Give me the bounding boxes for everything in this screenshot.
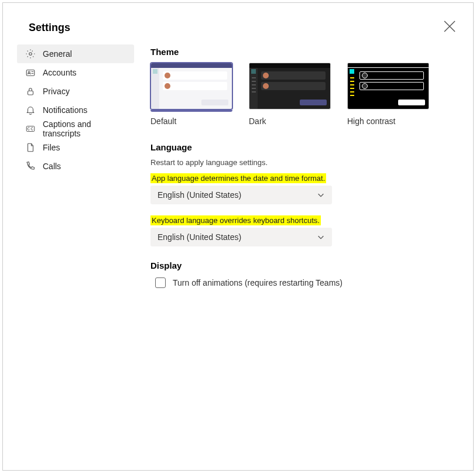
sidebar-item-label: Files (43, 143, 60, 152)
svg-point-2 (28, 71, 30, 73)
keyboard-language-value: English (United States) (157, 232, 241, 242)
chevron-down-icon (317, 233, 325, 241)
sidebar-item-general[interactable]: General (17, 44, 134, 63)
theme-thumb-highcontrast (347, 63, 429, 109)
language-heading: Language (150, 142, 459, 152)
phone-icon (25, 161, 36, 172)
close-icon (443, 19, 457, 33)
theme-selected-indicator (150, 110, 232, 112)
chevron-down-icon (317, 191, 325, 199)
svg-rect-3 (28, 91, 33, 95)
settings-sidebar: General Accounts Privacy Notifications C… (17, 44, 134, 288)
file-icon (25, 142, 36, 153)
dialog-title: Settings (17, 17, 459, 44)
theme-label: Dark (249, 116, 331, 126)
id-card-icon (25, 67, 36, 78)
sidebar-item-label: Calls (43, 162, 61, 171)
sidebar-item-calls[interactable]: Calls (17, 157, 134, 176)
close-button[interactable] (443, 19, 457, 33)
sidebar-item-label: Accounts (43, 68, 77, 77)
sidebar-item-notifications[interactable]: Notifications (17, 101, 134, 119)
theme-option-default[interactable]: Default (150, 63, 232, 126)
lock-icon (25, 86, 36, 97)
theme-label: Default (150, 116, 232, 126)
animations-label: Turn off animations (requires restarting… (173, 278, 343, 287)
cc-icon (25, 124, 36, 134)
theme-options: Default Dark (150, 63, 459, 126)
sidebar-item-files[interactable]: Files (17, 138, 134, 157)
bell-icon (25, 105, 36, 115)
language-restart-note: Restart to apply language settings. (150, 158, 459, 167)
animations-option: Turn off animations (requires restarting… (150, 277, 459, 288)
gear-icon (25, 49, 36, 59)
svg-point-0 (29, 53, 32, 56)
theme-option-dark[interactable]: Dark (249, 63, 331, 126)
sidebar-item-label: Notifications (43, 105, 87, 115)
app-language-note: App language determines the date and tim… (150, 173, 326, 183)
theme-heading: Theme (150, 47, 459, 57)
theme-label: High contrast (347, 116, 429, 126)
app-language-value: English (United States) (157, 190, 241, 200)
sidebar-item-label: Privacy (43, 87, 70, 96)
sidebar-item-accounts[interactable]: Accounts (17, 63, 134, 82)
sidebar-item-label: Captions and transcripts (43, 119, 128, 138)
theme-thumb-default (150, 63, 232, 109)
sidebar-item-captions[interactable]: Captions and transcripts (17, 119, 134, 138)
settings-content: Theme Default (150, 44, 459, 288)
settings-dialog: Settings General Accounts Privacy Notifi… (2, 2, 474, 471)
theme-option-highcontrast[interactable]: High contrast (347, 63, 429, 126)
theme-thumb-dark (249, 63, 331, 109)
keyboard-language-select[interactable]: English (United States) (150, 228, 332, 246)
svg-rect-1 (26, 70, 35, 76)
animations-checkbox[interactable] (155, 277, 166, 288)
sidebar-item-label: General (43, 49, 72, 59)
keyboard-language-note: Keyboard language overrides keyboard sho… (150, 215, 321, 225)
app-language-select[interactable]: English (United States) (150, 186, 332, 204)
sidebar-item-privacy[interactable]: Privacy (17, 82, 134, 101)
display-heading: Display (150, 261, 459, 270)
